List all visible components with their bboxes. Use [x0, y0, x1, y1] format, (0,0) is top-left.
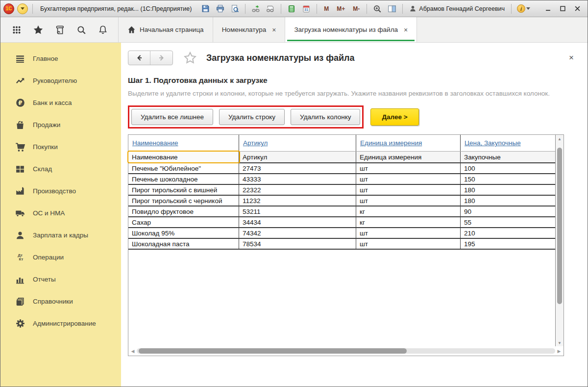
- favorites-button[interactable]: [28, 21, 49, 39]
- cell-price[interactable]: 55: [461, 217, 555, 227]
- horizontal-scroll-track[interactable]: [137, 348, 555, 354]
- preview-button[interactable]: [229, 3, 241, 15]
- sidebar-item-payroll[interactable]: Зарплата и кадры: [0, 224, 121, 246]
- cell-name[interactable]: Печенье "Юбилейное": [128, 163, 239, 173]
- minimize-button[interactable]: [541, 3, 554, 14]
- cell-name[interactable]: Пирог тирольский с вишней: [128, 185, 239, 195]
- split-view-button[interactable]: [386, 3, 398, 15]
- cell-articul[interactable]: 27473: [239, 163, 356, 173]
- column-header[interactable]: Единица измерения: [356, 135, 461, 151]
- cell-price[interactable]: 90: [461, 206, 555, 216]
- cell-unit[interactable]: Единица измерения: [356, 152, 461, 162]
- cell-articul[interactable]: 78534: [239, 239, 356, 249]
- apps-grid-button[interactable]: [6, 21, 27, 39]
- column-link[interactable]: Цена, Закупочные: [465, 139, 521, 147]
- cell-name[interactable]: Пирог тирольский с черникой: [128, 196, 239, 206]
- column-link[interactable]: Артикул: [243, 139, 268, 147]
- cell-unit[interactable]: шт: [356, 196, 461, 206]
- cell-name[interactable]: Повидло фруктовое: [128, 206, 239, 216]
- cell-articul[interactable]: 34434: [239, 217, 356, 227]
- cell-articul[interactable]: 53211: [239, 206, 356, 216]
- cell-price[interactable]: 150: [461, 174, 555, 184]
- print-button[interactable]: [214, 3, 226, 15]
- link-get-button[interactable]: [265, 3, 276, 15]
- cell-articul[interactable]: 11232: [239, 196, 356, 206]
- delete-row-button[interactable]: Удалить строку: [219, 109, 285, 125]
- tab-close-icon[interactable]: ×: [272, 26, 276, 34]
- calendar-button[interactable]: 31: [300, 3, 312, 15]
- cell-name[interactable]: Шоколадная паста: [128, 239, 239, 249]
- table-row[interactable]: Шоколад 95% 74342 шт 210: [128, 228, 555, 239]
- cell-unit[interactable]: шт: [356, 174, 461, 184]
- notifications-button[interactable]: [93, 21, 113, 39]
- delete-column-button[interactable]: Удалить колонку: [291, 109, 360, 125]
- cell-price[interactable]: 180: [461, 185, 555, 195]
- back-button[interactable]: [128, 51, 150, 65]
- cell-unit[interactable]: шт: [356, 228, 461, 238]
- cell-articul[interactable]: Артикул: [239, 152, 356, 162]
- info-button[interactable]: i: [516, 3, 531, 15]
- cell-name[interactable]: Шоколад 95%: [128, 228, 239, 238]
- scroll-left-icon[interactable]: ◀: [129, 349, 137, 354]
- sidebar-item-production[interactable]: Производство: [0, 180, 121, 202]
- save-button[interactable]: [199, 3, 211, 15]
- sidebar-item-sales[interactable]: Продажи: [0, 114, 121, 136]
- column-header[interactable]: Артикул: [239, 135, 356, 151]
- column-link[interactable]: Наименование: [132, 139, 178, 147]
- maximize-button[interactable]: [556, 3, 569, 14]
- table-row[interactable]: Повидло фруктовое 53211 кг 90: [128, 206, 555, 217]
- sidebar-item-reports[interactable]: Отчеты: [0, 268, 121, 290]
- table-row[interactable]: Печенье "Юбилейное" 27473 шт 100: [128, 163, 555, 174]
- vertical-scroll-thumb[interactable]: [557, 148, 562, 304]
- close-window-button[interactable]: [571, 3, 584, 14]
- cell-price[interactable]: 210: [461, 228, 555, 238]
- cell-articul[interactable]: 43333: [239, 174, 356, 184]
- sidebar-item-manager[interactable]: Руководителю: [0, 70, 121, 92]
- cell-unit[interactable]: шт: [356, 185, 461, 195]
- memory-m-minus-button[interactable]: M-: [350, 4, 362, 13]
- table-row[interactable]: Шоколадная паста 78534 шт 195: [128, 239, 555, 250]
- main-menu-button[interactable]: [17, 3, 28, 14]
- history-button[interactable]: [49, 21, 70, 39]
- forward-button[interactable]: [150, 51, 172, 65]
- search-button[interactable]: [71, 21, 92, 39]
- tab-load-nomenclature[interactable]: Загрузка номенклатуры из файла ×: [285, 17, 417, 42]
- user-menu[interactable]: Абрамов Геннадий Сергеевич: [409, 5, 505, 12]
- cell-price[interactable]: Закупочные: [461, 152, 555, 162]
- tab-nomenclature[interactable]: Номенклатура ×: [213, 17, 286, 42]
- column-link[interactable]: Единица измерения: [360, 139, 422, 147]
- column-header[interactable]: Цена, Закупочные: [461, 135, 555, 151]
- cell-name[interactable]: Печенье шоколадное: [128, 174, 239, 184]
- sidebar-item-warehouse[interactable]: Склад: [0, 158, 121, 180]
- table-row[interactable]: Печенье шоколадное 43333 шт 150: [128, 174, 555, 185]
- cell-price[interactable]: 195: [461, 239, 555, 249]
- table-row[interactable]: Наименование Артикул Единица измерения З…: [128, 152, 555, 163]
- horizontal-scrollbar[interactable]: ◀ ▶: [129, 347, 563, 355]
- table-row[interactable]: Пирог тирольский с вишней 22322 шт 180: [128, 185, 555, 196]
- link-go-button[interactable]: [250, 3, 262, 15]
- next-button[interactable]: Далее >: [370, 108, 418, 126]
- cell-articul[interactable]: 74342: [239, 228, 356, 238]
- sidebar-item-operations[interactable]: ДтКт Операции: [0, 246, 121, 268]
- table-row[interactable]: Сахар 34434 кг 55: [128, 217, 555, 228]
- column-header[interactable]: Наименование: [128, 135, 239, 151]
- zoom-button[interactable]: [371, 3, 383, 15]
- scroll-up-icon[interactable]: ▲: [556, 137, 564, 141]
- favorite-toggle[interactable]: [184, 52, 196, 64]
- sidebar-item-main[interactable]: Главное: [0, 48, 121, 70]
- tab-close-icon[interactable]: ×: [404, 26, 408, 34]
- sidebar-item-directories[interactable]: Справочники: [0, 290, 121, 312]
- sidebar-item-fixed-assets[interactable]: ОС и НМА: [0, 202, 121, 224]
- cell-unit[interactable]: шт: [356, 239, 461, 249]
- vertical-scrollbar[interactable]: ▲ ▼: [555, 135, 564, 346]
- delete-all-button[interactable]: Удалить все лишнее: [131, 109, 213, 125]
- cell-unit[interactable]: кг: [356, 217, 461, 227]
- calculator-button[interactable]: [286, 3, 297, 15]
- sidebar-item-purchases[interactable]: Покупки: [0, 136, 121, 158]
- cell-name[interactable]: Сахар: [128, 217, 239, 227]
- tab-home[interactable]: Начальная страница: [118, 17, 213, 42]
- cell-price[interactable]: 100: [461, 163, 555, 173]
- scroll-right-icon[interactable]: ▶: [555, 349, 563, 354]
- memory-m-plus-button[interactable]: M+: [334, 4, 347, 13]
- scroll-down-icon[interactable]: ▼: [556, 341, 564, 345]
